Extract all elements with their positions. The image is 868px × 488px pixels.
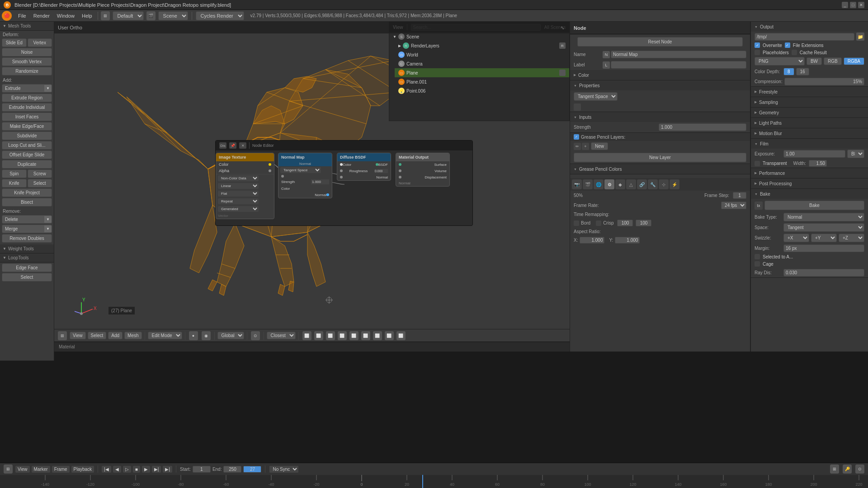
spin-btn[interactable]: Spin — [2, 169, 27, 178]
frame-step-input[interactable] — [733, 192, 746, 199]
plane-vis-icon[interactable] — [559, 70, 566, 76]
slide-edges-btn[interactable]: Slide Ed — [2, 38, 27, 47]
overlay-icon9[interactable]: ⬜ — [396, 331, 406, 340]
world-prop-icon[interactable]: 🌐 — [594, 179, 604, 189]
gp-colors-header[interactable]: Grease Pencil Colors — [570, 164, 750, 174]
extrude-region-btn[interactable]: Extrude Region — [2, 94, 52, 102]
viewport-mode-icon[interactable]: ⊞ — [58, 331, 67, 340]
sampling-header[interactable]: Sampling — [751, 97, 868, 107]
extrude-individual-btn[interactable]: Extrude Individual — [2, 103, 52, 112]
overlay-icon2[interactable]: ⬜ — [314, 331, 323, 340]
motion-blur-header[interactable]: Motion Blur — [751, 128, 868, 138]
menu-render[interactable]: Render — [30, 12, 53, 19]
material-prop-icon[interactable]: ◆ — [615, 179, 625, 189]
depth-16-btn[interactable]: 16 — [796, 68, 809, 75]
viewport-corner-btn[interactable]: ⤡ — [559, 24, 566, 31]
freestyle-header[interactable]: Freestyle — [751, 87, 868, 97]
gp-add-icon[interactable]: + — [582, 143, 589, 150]
node-dis-btn[interactable]: Dis — [219, 142, 226, 149]
gp-edit-icon[interactable]: ✏ — [574, 143, 581, 150]
delete-dropdown[interactable]: Delete ▼ — [2, 215, 52, 224]
swizzle-x-select[interactable]: +X — [783, 234, 809, 242]
add-btn[interactable]: Add — [108, 332, 123, 339]
light-paths-header[interactable]: Light Paths — [751, 118, 868, 128]
selected-to-checkbox[interactable] — [755, 254, 760, 259]
bw-btn[interactable]: BW — [807, 57, 822, 65]
looptools-section[interactable]: LoopTools — [0, 253, 54, 263]
rgba-btn[interactable]: RGBA — [844, 57, 864, 65]
step-forward-btn[interactable]: ▶| — [152, 466, 161, 473]
projection-select[interactable]: Flat — [218, 191, 259, 197]
jump-start-btn[interactable]: |◀ — [102, 466, 111, 473]
gp-new-btn[interactable]: New — [591, 142, 608, 150]
node-pin-btn[interactable]: 📌 — [229, 142, 236, 149]
weight-tools-section[interactable]: Weight Tools — [0, 244, 54, 253]
edit-mode-select[interactable]: Edit Mode — [148, 332, 182, 339]
world-item[interactable]: W World — [395, 50, 569, 59]
reset-node-btn[interactable]: Reset Node — [577, 37, 743, 47]
point006-item[interactable]: 💡 Point.006 — [395, 86, 569, 95]
overlay-icon4[interactable]: ⬜ — [338, 331, 347, 340]
offset-edge-btn[interactable]: Offset Edge Slide — [2, 150, 52, 159]
source-select[interactable]: Generated — [218, 206, 259, 212]
crisp-checkbox[interactable] — [596, 221, 601, 226]
view-btn[interactable]: View — [70, 332, 86, 339]
placeholders-checkbox[interactable] — [755, 50, 760, 55]
post-processing-header[interactable]: Post Processing — [751, 178, 868, 188]
data-prop-icon[interactable]: △ — [626, 179, 636, 189]
randomize-btn[interactable]: Randomize — [2, 67, 52, 75]
step-back-btn[interactable]: ◀ — [113, 466, 121, 473]
inset-faces-btn[interactable]: Inset Faces — [2, 113, 52, 121]
bake-type-select[interactable]: Normal — [783, 213, 864, 221]
space-select[interactable]: Tangent — [783, 223, 864, 232]
bord-checkbox[interactable] — [574, 221, 579, 226]
output-section-header[interactable]: Output — [751, 22, 868, 32]
viewport-shading-icon[interactable]: ● — [189, 331, 198, 340]
output-folder-icon[interactable]: 📁 — [856, 33, 864, 41]
screw-btn[interactable]: Screw — [28, 169, 52, 178]
play-btn[interactable]: ▶ — [142, 466, 150, 473]
overlay-icon7[interactable]: ⬜ — [373, 331, 382, 340]
transparent-checkbox[interactable] — [755, 161, 760, 166]
timeline-frame-btn[interactable]: Frame — [52, 466, 70, 473]
margin-input[interactable] — [783, 244, 864, 252]
minimize-button[interactable]: _ — [842, 2, 848, 8]
swizzle-z-select[interactable]: +Z — [839, 234, 864, 242]
interpolation-select[interactable]: Linear — [218, 183, 259, 189]
repeat-select[interactable]: Repeat — [218, 198, 259, 204]
crisp-value[interactable] — [636, 220, 651, 226]
proportional-icon[interactable]: ⊙ — [251, 331, 260, 340]
render-prop-icon[interactable]: 📷 — [572, 179, 582, 189]
snap-select[interactable]: Closest — [267, 332, 296, 339]
start-frame-input[interactable] — [193, 466, 211, 473]
inputs-section-header[interactable]: Inputs — [570, 112, 750, 122]
rgb-btn[interactable]: RGB — [824, 57, 842, 65]
timeline-view-btn[interactable]: View — [15, 466, 30, 473]
mesh-tools-section[interactable]: Mesh Tools — [0, 22, 54, 31]
timeline-ruler[interactable]: -140 -120 -100 -80 -60 -40 -20 0 20 40 — [0, 475, 868, 488]
mesh-btn[interactable]: Mesh — [124, 332, 142, 339]
render-layers-item[interactable]: ▶ R RenderLayers R — [395, 41, 569, 50]
bisect-btn[interactable]: Bisect — [2, 198, 52, 206]
node-canvas[interactable]: Image Texture Color Alpha Non-Color Data… — [216, 150, 472, 225]
color-section-header[interactable]: Color — [570, 70, 750, 80]
render-engine-select[interactable]: Cycles Render — [196, 11, 244, 20]
compression-value[interactable]: 15% — [784, 78, 864, 85]
x-input[interactable] — [580, 237, 604, 244]
overlay-icon1[interactable]: ⬜ — [302, 331, 311, 340]
plane-item[interactable]: ▭ Plane — [395, 68, 569, 77]
sync-select[interactable]: No Sync — [269, 465, 299, 473]
workspace-select[interactable]: Default — [113, 11, 144, 20]
bake-header[interactable]: Bake — [751, 189, 868, 199]
menu-file[interactable]: File — [14, 12, 30, 19]
tl-icon1[interactable]: ⊞ — [830, 465, 839, 474]
tl-icon3[interactable]: ⊙ — [855, 465, 864, 474]
tl-icon2[interactable]: 🔑 — [843, 465, 852, 474]
camera-item[interactable]: C Camera — [395, 59, 569, 68]
ray-dis-input[interactable] — [783, 269, 864, 277]
strength-value-input[interactable] — [659, 123, 746, 131]
timeline-icon[interactable]: ⊞ — [4, 465, 13, 474]
merge-dropdown[interactable]: Merge ▼ — [2, 225, 52, 233]
modifier-prop-icon[interactable]: 🔧 — [648, 179, 658, 189]
overlay-icon3[interactable]: ⬜ — [326, 331, 335, 340]
